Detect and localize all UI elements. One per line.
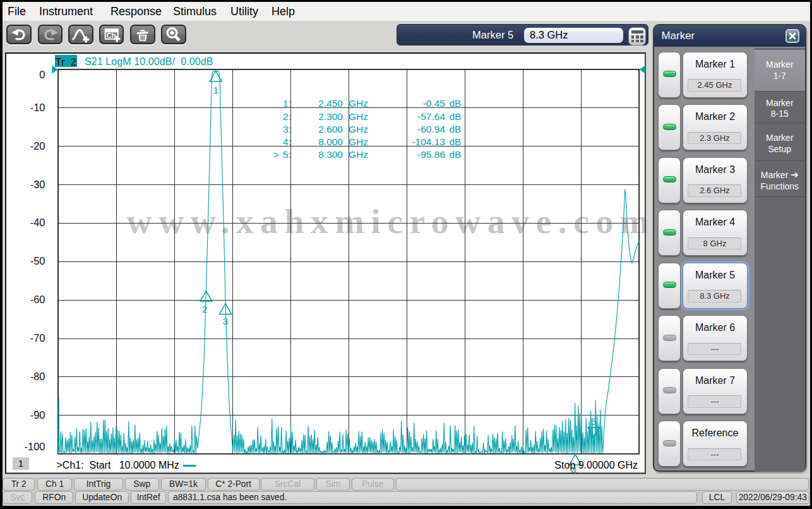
svg-text:2: 2 [201, 303, 207, 314]
svg-text:1: 1 [213, 85, 218, 95]
svg-text:5: 5 [590, 416, 596, 426]
svg-text:3: 3 [222, 316, 228, 326]
